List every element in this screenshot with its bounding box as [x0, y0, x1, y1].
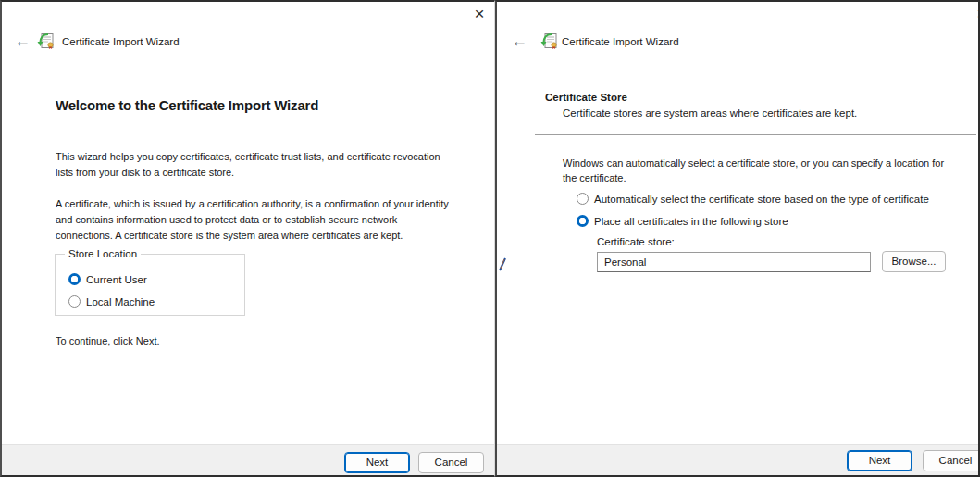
- radio-icon[interactable]: [68, 273, 81, 285]
- back-arrow-icon[interactable]: ←: [508, 30, 530, 52]
- certificate-import-icon: [540, 31, 560, 52]
- wizard-title: Certificate Import Wizard: [562, 36, 679, 47]
- back-arrow-icon[interactable]: ←: [11, 30, 33, 52]
- next-button[interactable]: Next: [344, 452, 410, 473]
- certificate-store-field-label: Certificate store:: [597, 236, 675, 247]
- radio-option-automatic-store[interactable]: Automatically select the certificate sto…: [577, 193, 929, 205]
- page-heading: Certificate Store: [545, 92, 627, 103]
- description-line: and contains information used to protect…: [56, 212, 449, 228]
- radio-label[interactable]: Place all certificates in the following …: [594, 216, 788, 227]
- description-line: A certificate, which is issued by a cert…: [56, 196, 449, 212]
- page-subheading: Certificate stores are system areas wher…: [563, 107, 857, 119]
- wizard-title: Certificate Import Wizard: [62, 36, 180, 47]
- radio-option-local-machine[interactable]: Local Machine: [68, 295, 155, 308]
- radio-option-current-user[interactable]: Current User: [68, 273, 147, 285]
- radio-icon[interactable]: [68, 295, 81, 308]
- cancel-button[interactable]: Cancel: [418, 452, 484, 473]
- intro-line: the certificate.: [563, 170, 944, 185]
- intro-line: This wizard helps you copy certificates,…: [56, 149, 440, 165]
- certificate-store-input[interactable]: [597, 252, 871, 272]
- radio-option-place-in-store[interactable]: Place all certificates in the following …: [577, 215, 788, 227]
- intro-paragraph: This wizard helps you copy certificates,…: [56, 149, 440, 181]
- description-paragraph: A certificate, which is issued by a cert…: [56, 196, 449, 244]
- page-heading: Welcome to the Certificate Import Wizard: [56, 97, 318, 113]
- description-line: connections. A certificate store is the …: [56, 228, 449, 244]
- radio-icon[interactable]: [577, 215, 589, 227]
- continue-hint: To continue, click Next.: [56, 335, 160, 346]
- store-location-group: Store Location Current User Local Machin…: [55, 254, 245, 316]
- radio-icon[interactable]: [577, 193, 589, 205]
- wizard-window-welcome: ← Certificate Import Wizard × Welcome to…: [0, 0, 495, 477]
- close-icon[interactable]: ×: [972, 5, 980, 25]
- wizard-window-certificate-store: ← Certificate Import Wizard × Certificat…: [495, 0, 980, 477]
- radio-label[interactable]: Automatically select the certificate sto…: [594, 194, 929, 205]
- store-location-group-label: Store Location: [65, 248, 141, 259]
- radio-label[interactable]: Local Machine: [86, 296, 155, 308]
- intro-line: Windows can automatically select a certi…: [563, 156, 944, 170]
- screenshot-root: ← Certificate Import Wizard × Welcome to…: [0, 0, 980, 477]
- intro-line: lists from your disk to a certificate st…: [56, 165, 440, 181]
- intro-paragraph: Windows can automatically select a certi…: [563, 156, 944, 185]
- browse-button[interactable]: Browse...: [882, 251, 946, 272]
- close-icon[interactable]: ×: [469, 5, 490, 25]
- section-divider: [535, 134, 976, 135]
- certificate-import-icon: [36, 31, 56, 52]
- radio-label[interactable]: Current User: [86, 274, 147, 285]
- next-button[interactable]: Next: [847, 450, 912, 471]
- stray-cursor-mark: [498, 257, 507, 278]
- cancel-button[interactable]: Cancel: [923, 450, 980, 471]
